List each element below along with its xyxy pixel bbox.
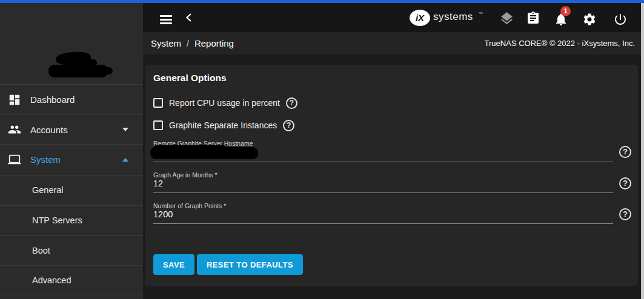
sidebar-subitem-advanced[interactable]: Advanced [0, 266, 143, 295]
sidebar-item-system[interactable]: System [0, 145, 143, 175]
ix-logo-text: systems [433, 11, 473, 23]
truecommand-cube-icon[interactable] [499, 11, 514, 25]
hamburger-menu-icon[interactable] [160, 13, 174, 28]
help-icon[interactable]: ? [286, 97, 297, 109]
laptop-icon [8, 153, 21, 166]
field-label: Number of Graph Points * [153, 202, 226, 209]
back-chevron-icon[interactable] [184, 12, 198, 27]
ixsystems-logo[interactable]: iX systems ™ [410, 9, 488, 27]
checkbox-row-graphite-separate: Graphite Separate Instances ? [153, 120, 294, 131]
reset-to-defaults-button[interactable]: RESET TO DEFAULTS [197, 254, 303, 275]
sidebar-item-label: System [30, 145, 61, 175]
main-content: General Options Report CPU usage in perc… [143, 54, 641, 299]
report-cpu-usage-checkbox[interactable] [153, 98, 163, 108]
notification-count-badge: 1 [560, 6, 571, 16]
sidebar-subitem-ntp-servers[interactable]: NTP Servers [0, 206, 143, 235]
redacted-hostname-value [153, 145, 226, 151]
sidebar-item-accounts[interactable]: Accounts [0, 115, 143, 144]
sidebar-subitem-general[interactable]: General [0, 176, 143, 205]
divider [0, 295, 143, 295]
checkbox-label: Graphite Separate Instances [169, 120, 277, 130]
checkbox-label: Report CPU usage in percent [169, 98, 280, 108]
graph-points-input[interactable]: 1200 [153, 209, 605, 219]
sidebar-subitem-label: Advanced [32, 266, 71, 295]
help-icon[interactable]: ? [619, 208, 631, 220]
general-options-card: General Options Report CPU usage in perc… [145, 65, 638, 286]
help-icon[interactable]: ? [619, 146, 631, 158]
redacted-host-info [103, 67, 113, 74]
topbar: iX systems ™ 1 [143, 3, 641, 32]
graphite-separate-instances-checkbox[interactable] [153, 120, 163, 130]
copyright-text: TrueNAS CORE® © 2022 - iXsystems, Inc. [485, 39, 635, 48]
settings-gear-icon[interactable] [582, 12, 597, 27]
sidebar-subitem-label: NTP Servers [32, 206, 82, 235]
truenas-app-window: Dashboard Accounts System General NTP Se… [0, 0, 644, 299]
input-underline [153, 223, 613, 224]
input-underline [153, 192, 613, 193]
help-icon[interactable]: ? [619, 177, 631, 189]
ix-logo-mark: iX [410, 10, 430, 26]
checkbox-row-cpu-percent: Report CPU usage in percent ? [153, 97, 297, 108]
sidebar-subitem-boot[interactable]: Boot [0, 236, 143, 266]
dashboard-icon [8, 93, 21, 107]
chevron-down-icon [122, 128, 128, 131]
chevron-up-icon [122, 158, 128, 162]
page-title: General Options [153, 73, 227, 84]
breadcrumb-separator: / [187, 39, 189, 48]
breadcrumb-current-page: Reporting [194, 38, 234, 48]
sidebar-item-label: Accounts [30, 115, 68, 145]
sidebar-subitem-label: Boot [32, 236, 50, 266]
save-button[interactable]: SAVE [153, 254, 194, 275]
breadcrumb-system-link[interactable]: System [151, 38, 181, 48]
sidebar-item-dashboard[interactable]: Dashboard [0, 85, 143, 115]
field-label: Graph Age in Months * [153, 171, 217, 179]
people-icon [8, 123, 21, 136]
graph-age-input[interactable]: 12 [153, 179, 605, 188]
tasks-clipboard-icon[interactable] [526, 11, 540, 25]
sidebar-item-label: Dashboard [30, 85, 75, 115]
sidebar: Dashboard Accounts System General NTP Se… [0, 3, 143, 299]
input-underline [153, 162, 613, 162]
power-icon[interactable] [613, 12, 628, 27]
window-scrollbar[interactable] [641, 3, 644, 299]
trademark-symbol: ™ [479, 12, 483, 16]
help-icon[interactable]: ? [283, 120, 294, 131]
redacted-host-info [48, 65, 108, 77]
sidebar-subitem-label: General [32, 176, 64, 205]
breadcrumb: System / Reporting TrueNAS CORE® © 2022 … [143, 32, 641, 54]
divider [145, 240, 638, 240]
